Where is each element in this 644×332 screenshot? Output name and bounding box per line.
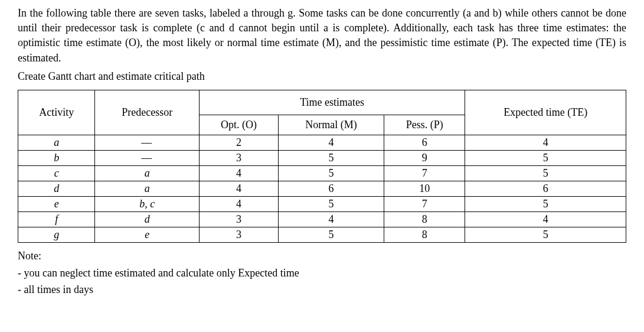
header-opt: Opt. (O) xyxy=(200,115,279,135)
cell-normal: 4 xyxy=(278,211,384,227)
cell-predecessor: a xyxy=(95,165,200,181)
cell-te: 4 xyxy=(465,135,626,150)
cell-predecessor: a xyxy=(95,181,200,196)
task-table: Activity Predecessor Time estimates Expe… xyxy=(18,90,626,243)
cell-pess: 8 xyxy=(384,211,465,227)
table-row: c a 4 5 7 5 xyxy=(18,165,626,181)
cell-te: 5 xyxy=(465,165,626,181)
cell-activity: b xyxy=(18,150,95,165)
cell-te: 6 xyxy=(465,181,626,196)
cell-opt: 4 xyxy=(200,196,279,211)
cell-predecessor: e xyxy=(95,227,200,242)
cell-opt: 4 xyxy=(200,165,279,181)
cell-activity: e xyxy=(18,196,95,211)
cell-normal: 5 xyxy=(278,150,384,165)
cell-pess: 9 xyxy=(384,150,465,165)
cell-pess: 10 xyxy=(384,181,465,196)
cell-activity: d xyxy=(18,181,95,196)
header-predecessor: Predecessor xyxy=(95,90,200,135)
cell-activity: a xyxy=(18,135,95,150)
header-expected-time: Expected time (TE) xyxy=(465,90,626,135)
header-activity: Activity xyxy=(18,90,95,135)
header-time-estimates: Time estimates xyxy=(200,90,465,115)
cell-opt: 4 xyxy=(200,181,279,196)
cell-normal: 5 xyxy=(278,165,384,181)
table-header-row-1: Activity Predecessor Time estimates Expe… xyxy=(18,90,626,115)
header-normal: Normal (M) xyxy=(278,115,384,135)
cell-predecessor: d xyxy=(95,211,200,227)
table-row: g e 3 5 8 5 xyxy=(18,227,626,242)
cell-pess: 6 xyxy=(384,135,465,150)
cell-opt: 3 xyxy=(200,211,279,227)
cell-activity: f xyxy=(18,211,95,227)
header-pess: Pess. (P) xyxy=(384,115,465,135)
cell-pess: 7 xyxy=(384,165,465,181)
cell-te: 5 xyxy=(465,150,626,165)
cell-pess: 8 xyxy=(384,227,465,242)
cell-predecessor: — xyxy=(95,135,200,150)
intro-paragraph: In the following table there are seven t… xyxy=(18,6,626,66)
cell-opt: 3 xyxy=(200,227,279,242)
cell-normal: 5 xyxy=(278,227,384,242)
cell-opt: 3 xyxy=(200,150,279,165)
cell-opt: 2 xyxy=(200,135,279,150)
note-section: Note: - you can neglect time estimated a… xyxy=(18,248,626,298)
cell-activity: g xyxy=(18,227,95,242)
note-label: Note: xyxy=(18,248,626,265)
note-item-2: - all times in days xyxy=(18,281,626,298)
cell-normal: 5 xyxy=(278,196,384,211)
cell-normal: 4 xyxy=(278,135,384,150)
cell-te: 5 xyxy=(465,196,626,211)
cell-predecessor: b, c xyxy=(95,196,200,211)
table-row: b — 3 5 9 5 xyxy=(18,150,626,165)
table-row: f d 3 4 8 4 xyxy=(18,211,626,227)
cell-predecessor: — xyxy=(95,150,200,165)
note-item-1: - you can neglect time estimated and cal… xyxy=(18,265,626,282)
table-row: a — 2 4 6 4 xyxy=(18,135,626,150)
cell-te: 5 xyxy=(465,227,626,242)
cell-te: 4 xyxy=(465,211,626,227)
cell-activity: c xyxy=(18,165,95,181)
table-row: e b, c 4 5 7 5 xyxy=(18,196,626,211)
cell-normal: 6 xyxy=(278,181,384,196)
cell-pess: 7 xyxy=(384,196,465,211)
instruction-text: Create Gantt chart and estimate critical… xyxy=(18,70,626,83)
table-row: d a 4 6 10 6 xyxy=(18,181,626,196)
